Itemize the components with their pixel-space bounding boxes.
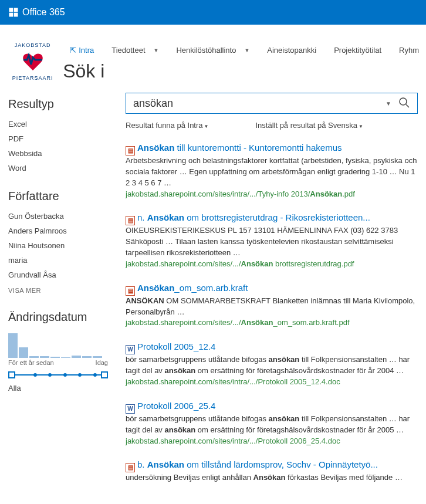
heart-icon bbox=[21, 49, 45, 73]
result-snippet: OIKEUSREKISTERIKESKUS PL 157 13101 HÄMEE… bbox=[126, 225, 418, 259]
result-title: ▤n. Ansökan om brottsregisterutdrag - Ri… bbox=[126, 211, 418, 225]
date-histogram: För ett år sedan Idag Alla bbox=[8, 330, 108, 393]
result-url: jakobstad.sharepoint.com/sites/intra/...… bbox=[126, 436, 418, 447]
refiner-heading-date: Ändringsdatum bbox=[8, 310, 108, 324]
svg-point-4 bbox=[400, 98, 407, 105]
refiner-heading-author: Författare bbox=[8, 190, 108, 203]
histogram-bar[interactable] bbox=[50, 357, 60, 358]
nav-item-tiedotteet[interactable]: Tiedotteet▼ bbox=[104, 43, 165, 57]
svg-line-5 bbox=[406, 104, 409, 107]
date-slider-all: Alla bbox=[8, 384, 108, 393]
search-result: WProtokoll 2005_12.4bör samarbetsgruppen… bbox=[126, 340, 418, 388]
result-url: jakobstad.sharepoint.com/sites/.../Ansök… bbox=[126, 259, 418, 270]
brand-logo[interactable]: JAKOBSTAD PIETARSAARI bbox=[8, 41, 57, 73]
result-link[interactable]: b. Ansökan om tillstånd lärdomsprov, Soc… bbox=[137, 459, 378, 469]
histogram-bar[interactable] bbox=[29, 356, 39, 358]
refiner-item[interactable]: Niina Houtsonen bbox=[8, 238, 108, 253]
histogram-bar[interactable] bbox=[61, 357, 70, 358]
svg-rect-3 bbox=[14, 13, 18, 17]
date-slider[interactable] bbox=[8, 370, 108, 380]
filter-scope[interactable]: Resultat funna på Intra▼ bbox=[126, 121, 208, 130]
search-input[interactable] bbox=[133, 97, 381, 110]
search-result: ▤Ansökan till kuntoremontti - Kuntoremon… bbox=[126, 141, 418, 199]
office-icon bbox=[8, 7, 19, 18]
search-result: ▤b. Ansökan om tillstånd lärdomsprov, So… bbox=[126, 458, 418, 483]
doc-icon: W bbox=[126, 345, 135, 354]
result-link[interactable]: Protokoll 2006_25.4 bbox=[137, 401, 215, 411]
sidebar: Resultyp ExcelPDFWebbsidaWord Författare… bbox=[8, 93, 108, 495]
nav-item-aineistopankki[interactable]: Aineistopankki bbox=[260, 43, 323, 57]
result-url: jakobstad.sharepoint.com/sites/.../Ansök… bbox=[126, 317, 418, 329]
result-title: ▤Ansökan till kuntoremontti - Kuntoremon… bbox=[126, 141, 418, 155]
refiner-heading-resulttype: Resultyp bbox=[8, 97, 108, 111]
result-title: ▤b. Ansökan om tillstånd lärdomsprov, So… bbox=[126, 458, 418, 472]
nav-item-projektityötilat[interactable]: Projektityötilat bbox=[327, 43, 388, 57]
refiner-item[interactable]: PDF bbox=[8, 131, 108, 146]
refiner-item[interactable]: Webbsida bbox=[8, 146, 108, 161]
histogram-bar[interactable] bbox=[40, 356, 49, 358]
nav-item-intra[interactable]: ⇱Intra bbox=[63, 43, 101, 57]
result-snippet: undersökning Beviljas enligt anhållan An… bbox=[126, 472, 418, 483]
doc-icon: W bbox=[126, 404, 135, 414]
refiner-list-resulttype: ExcelPDFWebbsidaWord bbox=[8, 117, 108, 175]
histogram-bar[interactable] bbox=[82, 356, 92, 358]
result-snippet: bör samarbetsgruppens utlåtande bifogas … bbox=[126, 354, 418, 377]
chevron-down-icon: ▼ bbox=[154, 48, 159, 53]
refiner-item[interactable]: Excel bbox=[8, 117, 108, 131]
top-nav: ⇱IntraTiedotteet▼Henkilöstöhallinto▼Aine… bbox=[63, 41, 426, 57]
office365-logo[interactable]: Office 365 bbox=[8, 7, 65, 18]
refiner-item[interactable]: Gun Österbacka bbox=[8, 209, 108, 224]
result-link[interactable]: Ansökan_om_som.arb.kraft bbox=[137, 283, 248, 293]
result-link[interactable]: n. Ansökan om brottsregisterutdrag - Rik… bbox=[137, 212, 370, 222]
histogram-left-label: För ett år sedan bbox=[8, 359, 54, 366]
share-icon: ⇱ bbox=[70, 46, 76, 55]
page-title: Sök i bbox=[63, 60, 426, 82]
nav-item-ryhm[interactable]: Ryhm bbox=[392, 43, 426, 57]
histogram-bar[interactable] bbox=[8, 333, 18, 358]
search-result: WProtokoll 2006_25.4bör samarbetsgruppen… bbox=[126, 400, 418, 447]
refiner-list-author: Gun ÖsterbackaAnders PalmroosNiina Houts… bbox=[8, 209, 108, 282]
result-url: jakobstad.sharepoint.com/sites/intra/...… bbox=[126, 377, 418, 388]
pdf-icon: ▤ bbox=[126, 216, 135, 225]
search-dropdown-icon[interactable]: ▼ bbox=[381, 100, 396, 107]
search-result: ▤Ansökan_om_som.arb.kraftANSÖKAN OM SOMM… bbox=[126, 282, 418, 329]
result-title: WProtokoll 2006_25.4 bbox=[126, 400, 418, 414]
result-title: WProtokoll 2005_12.4 bbox=[126, 340, 418, 354]
svg-rect-2 bbox=[9, 13, 13, 17]
header: JAKOBSTAD PIETARSAARI ⇱IntraTiedotteet▼H… bbox=[0, 25, 426, 82]
brand-bottom-text: PIETARSAARI bbox=[8, 75, 57, 81]
show-more-authors[interactable]: VISA MER bbox=[8, 282, 108, 299]
result-url: jakobstad.sharepoint.com/sites/intra/...… bbox=[126, 189, 418, 200]
result-snippet: bör samarbetsgruppens utlåtande bifogas … bbox=[126, 414, 418, 436]
result-link[interactable]: Protokoll 2005_12.4 bbox=[137, 341, 215, 351]
pdf-icon: ▤ bbox=[126, 146, 135, 155]
refiner-item[interactable]: Word bbox=[8, 161, 108, 175]
refiner-item[interactable]: Anders Palmroos bbox=[8, 224, 108, 238]
refiner-item[interactable]: maria bbox=[8, 253, 108, 268]
pdf-icon: ▤ bbox=[126, 463, 135, 472]
search-button[interactable] bbox=[396, 97, 413, 110]
refiner-item[interactable]: Grundvall Åsa bbox=[8, 268, 108, 282]
result-link[interactable]: Ansökan till kuntoremontti - Kuntoremont… bbox=[137, 143, 342, 153]
results-list: ▤Ansökan till kuntoremontti - Kuntoremon… bbox=[126, 141, 418, 483]
svg-rect-1 bbox=[14, 8, 18, 12]
topbar: Office 365 bbox=[0, 0, 426, 25]
pdf-icon: ▤ bbox=[126, 286, 135, 296]
search-result: ▤n. Ansökan om brottsregisterutdrag - Ri… bbox=[126, 211, 418, 269]
histogram-bar[interactable] bbox=[72, 356, 81, 358]
brand-top-text: JAKOBSTAD bbox=[8, 42, 57, 48]
filter-language[interactable]: Inställt på resultat på Svenska▼ bbox=[255, 121, 363, 130]
search-box: ▼ bbox=[126, 93, 418, 114]
result-title: ▤Ansökan_om_som.arb.kraft bbox=[126, 282, 418, 296]
result-snippet: ANSÖKAN OM SOMMARARBETSKRAFT Blanketten … bbox=[126, 296, 418, 318]
histogram-right-label: Idag bbox=[96, 359, 108, 366]
nav-item-henkilöstöhallinto[interactable]: Henkilöstöhallinto▼ bbox=[169, 43, 256, 57]
histogram-bar[interactable] bbox=[93, 356, 102, 358]
result-snippet: Arbetsbeskrivning och belastningsfaktore… bbox=[126, 155, 418, 189]
svg-rect-0 bbox=[9, 8, 13, 12]
content: ▼ Resultat funna på Intra▼ Inställt på r… bbox=[126, 93, 418, 495]
histogram-bar[interactable] bbox=[19, 347, 28, 358]
search-icon bbox=[398, 97, 410, 109]
chevron-down-icon: ▼ bbox=[244, 48, 249, 53]
product-name: Office 365 bbox=[22, 7, 65, 18]
